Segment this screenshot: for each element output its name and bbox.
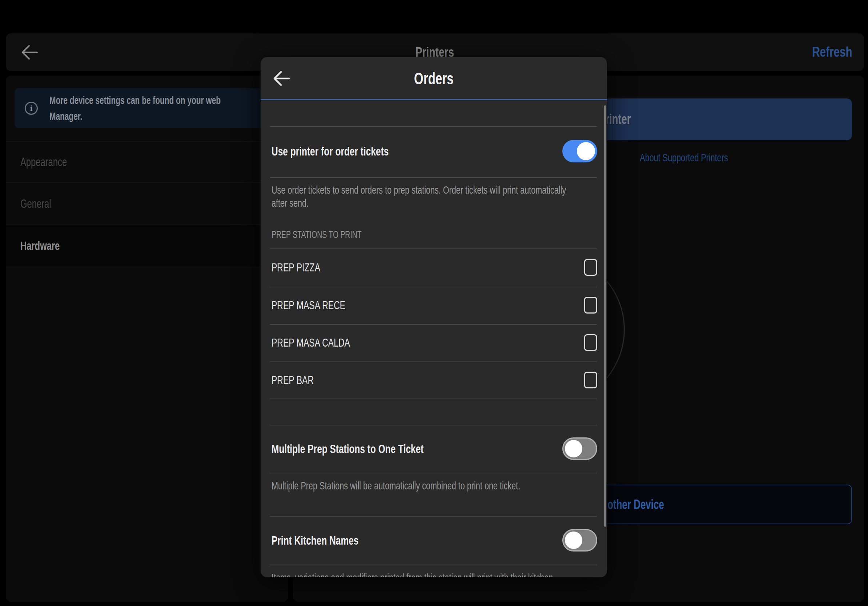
divider <box>270 473 597 473</box>
divider <box>270 399 597 399</box>
divider <box>270 425 597 425</box>
order-tickets-toggle[interactable] <box>562 140 597 162</box>
combine-description: Multiple Prep Stations will be automatic… <box>271 479 607 492</box>
divider <box>270 126 597 127</box>
station-checkbox-prep-bar[interactable] <box>584 372 597 388</box>
prep-stations-section-header: PREP STATIONS TO PRINT <box>271 228 397 241</box>
sidebar-item-label: Hardware <box>20 239 60 253</box>
station-label-prep-pizza: PREP PIZZA <box>271 260 339 275</box>
kitchen-names-toggle-label: Print Kitchen Names <box>271 532 392 548</box>
divider <box>270 516 597 516</box>
sidebar-item-appearance[interactable]: Appearance <box>6 141 288 183</box>
station-checkbox-prep-masa-rece[interactable] <box>584 297 597 314</box>
kitchen-names-toggle[interactable] <box>562 529 597 552</box>
station-label-prep-bar: PREP BAR <box>271 373 330 388</box>
divider <box>270 177 597 178</box>
sidebar-item-general[interactable]: General <box>6 183 288 225</box>
toggle-knob <box>577 142 595 160</box>
orders-modal-header: Orders <box>260 57 607 100</box>
settings-sidebar-panel: i More device settings can be found on y… <box>6 76 288 601</box>
divider <box>270 324 597 325</box>
toggle-knob <box>565 532 582 549</box>
about-supported-printers-link[interactable]: About Supported Printers <box>606 152 728 164</box>
divider <box>270 249 597 249</box>
station-checkbox-prep-masa-calda[interactable] <box>584 334 597 351</box>
info-banner-text: More device settings can be found on you… <box>50 92 287 124</box>
divider <box>270 287 597 288</box>
kitchen-names-description: Items, variations and modifiers printed … <box>271 571 607 577</box>
info-icon: i <box>25 102 38 115</box>
modal-title: Orders <box>260 57 607 100</box>
combine-toggle-label: Multiple Prep Stations to One Ticket <box>271 441 483 457</box>
orders-modal: Orders Use printer for order tickets Use… <box>260 57 607 577</box>
station-label-prep-masa-calda: PREP MASA CALDA <box>271 335 381 350</box>
settings-menu: Appearance General Hardware <box>6 141 288 267</box>
divider <box>270 362 597 362</box>
modal-scrollbar[interactable] <box>604 105 606 527</box>
sidebar-item-label: Appearance <box>20 155 67 169</box>
screen: Printers Refresh i More device settings … <box>0 0 868 606</box>
order-tickets-description: Use order tickets to send orders to prep… <box>271 184 607 210</box>
combine-toggle[interactable] <box>562 437 597 460</box>
order-tickets-toggle-label: Use printer for order tickets <box>271 143 434 159</box>
toggle-knob <box>565 440 582 458</box>
info-banner: i More device settings can be found on y… <box>14 88 279 128</box>
sidebar-item-hardware[interactable]: Hardware <box>6 225 288 267</box>
station-checkbox-prep-pizza[interactable] <box>584 259 597 276</box>
refresh-button[interactable]: Refresh <box>801 33 852 71</box>
station-label-prep-masa-rece: PREP MASA RECE <box>271 298 374 313</box>
divider <box>270 564 597 565</box>
sidebar-item-label: General <box>20 197 51 211</box>
